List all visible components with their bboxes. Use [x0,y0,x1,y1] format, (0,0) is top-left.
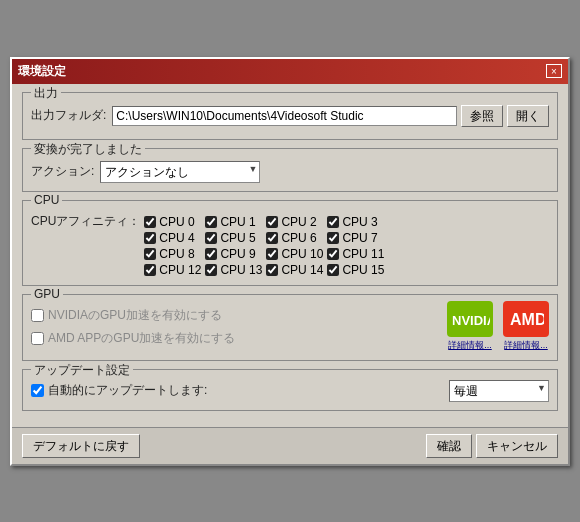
cpu-label-9: CPU 9 [220,247,255,261]
gpu-content: NVIDIAのGPU加速を有効にする AMD APPのGPU加速を有効にする N… [31,301,549,352]
cpu-item-13[interactable]: CPU 13 [205,263,262,277]
auto-update-checkbox[interactable] [31,384,44,397]
cpu-checkbox-6[interactable] [266,232,278,244]
nvidia-check-label: NVIDIAのGPU加速を有効にする [48,307,222,324]
cpu-label-8: CPU 8 [159,247,194,261]
bottom-bar: デフォルトに戻す 確認 キャンセル [12,427,568,464]
cpu-label-13: CPU 13 [220,263,262,277]
folder-label: 出力フォルダ: [31,107,106,124]
cpu-label-3: CPU 3 [342,215,377,229]
cpu-checkbox-0[interactable] [144,216,156,228]
cpu-section-label: CPU [31,193,62,207]
cpu-label-5: CPU 5 [220,231,255,245]
action-select[interactable]: アクションなし シャットダウン スリープ [100,161,260,183]
cpu-label-11: CPU 11 [342,247,384,261]
cpu-label-14: CPU 14 [281,263,323,277]
default-button[interactable]: デフォルトに戻す [22,434,140,458]
frequency-select-wrapper: 毎週 毎日 毎月 [449,380,549,402]
nvidia-detail-link[interactable]: 詳細情報... [448,339,492,352]
cpu-item-5[interactable]: CPU 5 [205,231,262,245]
cancel-button[interactable]: キャンセル [476,434,558,458]
nvidia-check-row: NVIDIAのGPU加速を有効にする [31,307,447,324]
cpu-checkbox-10[interactable] [266,248,278,260]
cpu-label-2: CPU 2 [281,215,316,229]
cpu-label-12: CPU 12 [159,263,201,277]
update-section-label: アップデート設定 [31,362,133,379]
frequency-select[interactable]: 毎週 毎日 毎月 [449,380,549,402]
gpu-logos: NVIDIA 詳細情報... AMD 詳細情報... [447,301,549,352]
cpu-item-9[interactable]: CPU 9 [205,247,262,261]
cpu-item-11[interactable]: CPU 11 [327,247,384,261]
cpu-checkbox-2[interactable] [266,216,278,228]
cpu-checkbox-15[interactable] [327,264,339,276]
cpu-checkbox-8[interactable] [144,248,156,260]
amd-logo: AMD [503,301,549,337]
cpu-checkbox-9[interactable] [205,248,217,260]
cpu-checkbox-11[interactable] [327,248,339,260]
cpu-item-6[interactable]: CPU 6 [266,231,323,245]
cpu-item-10[interactable]: CPU 10 [266,247,323,261]
action-select-wrapper: アクションなし シャットダウン スリープ [100,161,260,183]
cpu-label-0: CPU 0 [159,215,194,229]
amd-icon: AMD [508,305,544,333]
amd-logo-item: AMD 詳細情報... [503,301,549,352]
conversion-section: 変換が完了しました アクション: アクションなし シャットダウン スリープ [22,148,558,192]
amd-checkbox[interactable] [31,332,44,345]
cpu-item-1[interactable]: CPU 1 [205,215,262,229]
nvidia-checkbox[interactable] [31,309,44,322]
cpu-item-15[interactable]: CPU 15 [327,263,384,277]
gpu-left: NVIDIAのGPU加速を有効にする AMD APPのGPU加速を有効にする [31,301,447,347]
cpu-item-7[interactable]: CPU 7 [327,231,384,245]
cpu-checkbox-7[interactable] [327,232,339,244]
amd-check-label: AMD APPのGPU加速を有効にする [48,330,235,347]
conversion-section-label: 変換が完了しました [31,141,145,158]
gpu-section: GPU NVIDIAのGPU加速を有効にする AMD APPのGPU加速を有効に… [22,294,558,361]
bottom-right-buttons: 確認 キャンセル [426,434,558,458]
ok-button[interactable]: 確認 [426,434,472,458]
cpu-checkbox-12[interactable] [144,264,156,276]
update-section: アップデート設定 自動的にアップデートします: 毎週 毎日 毎月 [22,369,558,411]
cpu-label-1: CPU 1 [220,215,255,229]
cpu-label-10: CPU 10 [281,247,323,261]
amd-check-row: AMD APPのGPU加速を有効にする [31,330,447,347]
auto-update-text: 自動的にアップデートします: [48,382,207,399]
cpu-label-4: CPU 4 [159,231,194,245]
cpu-checkbox-1[interactable] [205,216,217,228]
cpu-item-3[interactable]: CPU 3 [327,215,384,229]
nvidia-icon: NVIDIA [450,305,490,333]
cpu-checkbox-14[interactable] [266,264,278,276]
output-section: 出力 出力フォルダ: 参照 開く [22,92,558,140]
nvidia-logo: NVIDIA [447,301,493,337]
main-content: 出力 出力フォルダ: 参照 開く 変換が完了しました アクション: アクションな… [12,84,568,427]
cpu-item-0[interactable]: CPU 0 [144,215,201,229]
svg-text:NVIDIA: NVIDIA [452,313,490,328]
cpu-label-7: CPU 7 [342,231,377,245]
gpu-section-label: GPU [31,287,63,301]
action-label: アクション: [31,163,94,180]
cpu-label-6: CPU 6 [281,231,316,245]
svg-text:AMD: AMD [510,311,544,328]
auto-update-label[interactable]: 自動的にアップデートします: [31,382,449,399]
output-section-label: 出力 [31,85,61,102]
cpu-section: CPU CPUアフィニティ： CPU 0 CPU 1 CPU 2 CPU 3 C… [22,200,558,286]
cpu-grid: CPU 0 CPU 1 CPU 2 CPU 3 CPU 4 CPU 5 CPU … [144,215,384,277]
cpu-checkbox-4[interactable] [144,232,156,244]
close-button[interactable]: × [546,64,562,78]
settings-window: 環境設定 × 出力 出力フォルダ: 参照 開く 変換が完了しました アクション:… [10,57,570,466]
window-title: 環境設定 [18,63,66,80]
cpu-item-14[interactable]: CPU 14 [266,263,323,277]
browse-button[interactable]: 参照 [461,105,503,127]
cpu-label-15: CPU 15 [342,263,384,277]
cpu-item-2[interactable]: CPU 2 [266,215,323,229]
open-button[interactable]: 開く [507,105,549,127]
folder-input[interactable] [112,106,457,126]
affinity-label: CPUアフィニティ： [31,211,140,230]
cpu-item-12[interactable]: CPU 12 [144,263,201,277]
cpu-checkbox-3[interactable] [327,216,339,228]
cpu-checkbox-13[interactable] [205,264,217,276]
title-bar: 環境設定 × [12,59,568,84]
cpu-item-4[interactable]: CPU 4 [144,231,201,245]
cpu-checkbox-5[interactable] [205,232,217,244]
amd-detail-link[interactable]: 詳細情報... [504,339,548,352]
cpu-item-8[interactable]: CPU 8 [144,247,201,261]
